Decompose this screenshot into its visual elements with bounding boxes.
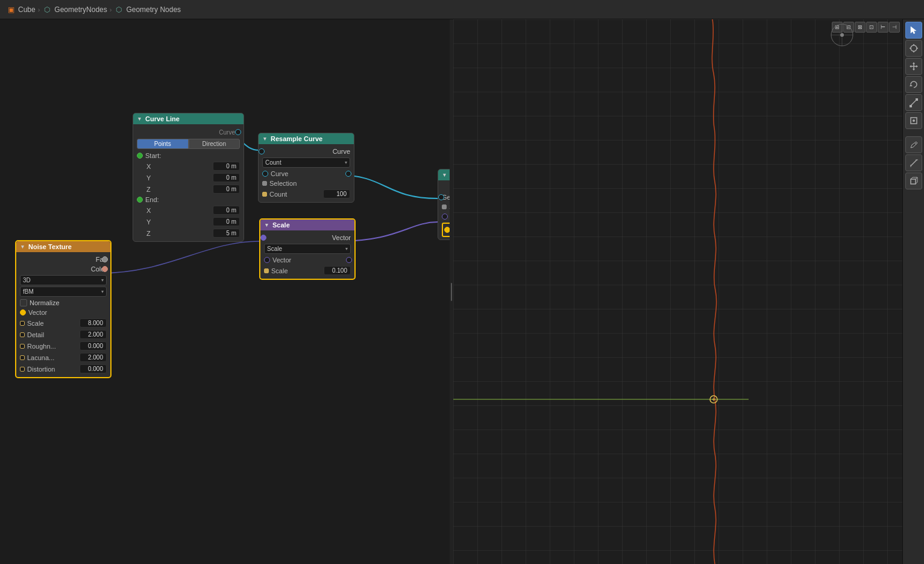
start-x-value[interactable]: 0 m	[213, 162, 240, 171]
nt-scale-value[interactable]: 8.000	[80, 318, 107, 328]
curve-output-row: Curve	[137, 127, 240, 137]
count-value[interactable]: 100	[323, 189, 350, 198]
nt-type-dropdown[interactable]: fBM ▾	[20, 287, 107, 297]
measure-tool[interactable]	[905, 154, 922, 171]
curve-in-label: Curve	[262, 148, 350, 155]
end-z-value[interactable]: 5 m	[213, 229, 240, 238]
resample-curve-out-row: Curve	[262, 169, 350, 179]
rotate-tool[interactable]	[905, 76, 922, 93]
sp-geo-out-row: Geometry	[442, 183, 450, 192]
collapse-icon: ▾	[138, 116, 141, 122]
end-y-value[interactable]: 0 m	[213, 217, 240, 226]
nt-dim-dropdown[interactable]: 3D ▾	[20, 275, 107, 285]
end-socket	[137, 197, 143, 203]
scale-dropdown-arrow: ▾	[345, 246, 348, 252]
scale-header[interactable]: ▾ Scale	[260, 220, 354, 230]
sp-pos-row: Position	[442, 212, 450, 221]
selection-label: Selection	[269, 180, 350, 187]
move-tool[interactable]	[905, 58, 922, 75]
resample-curve-header[interactable]: ▾ Resample Curve	[259, 133, 354, 144]
select-icon	[909, 25, 919, 35]
scale-mode-dropdown[interactable]: Scale ▾	[264, 244, 351, 254]
end-x-value[interactable]: 0 m	[213, 206, 240, 215]
end-row: End:	[137, 195, 240, 204]
set-position-node: ▾ Set Position Geometry Geometry	[438, 169, 450, 240]
direction-btn[interactable]: Direction	[189, 139, 240, 149]
node-editor[interactable]: ▾ Curve Line Curve Points Direction Star…	[0, 19, 450, 564]
nt-distort-socket	[20, 367, 25, 372]
modifier-crumb: ⬡ GeometryNodes	[42, 5, 107, 14]
resample-curve-body: Curve Count ▾ Curve Selection	[259, 144, 354, 202]
nt-detail-socket	[20, 332, 25, 337]
scale-icon	[909, 98, 919, 107]
svg-point-10	[911, 45, 917, 51]
curve-in-socket	[259, 148, 265, 154]
curve-line-node: ▾ Curve Line Curve Points Direction Star…	[133, 113, 244, 242]
start-y-value[interactable]: 0 m	[213, 173, 240, 182]
nt-lacuna-value[interactable]: 2.000	[80, 353, 107, 362]
viewport-svg	[453, 19, 903, 564]
scale-vector-in-row: Vector	[264, 233, 351, 242]
resample-mode-dropdown[interactable]: Count ▾	[262, 157, 350, 168]
select-tool[interactable]	[905, 22, 922, 39]
mode-btns: Points Direction	[137, 139, 240, 149]
transform-tool[interactable]	[905, 112, 922, 129]
move-icon	[909, 62, 919, 71]
add-cube-tool[interactable]	[905, 173, 922, 189]
start-x-row: X 0 m	[137, 160, 240, 172]
sp-geo-label: Geometry	[442, 184, 450, 191]
nt-dim-label: 3D	[23, 277, 31, 284]
nt-detail-value[interactable]: 2.000	[80, 330, 107, 339]
sp-sel-row: Selection	[442, 202, 450, 212]
annotate-tool[interactable]	[905, 136, 922, 153]
end-y-row: Y 0 m	[137, 216, 240, 227]
scale-tool[interactable]	[905, 94, 922, 111]
start-x-label: X	[146, 163, 213, 170]
noise-texture-body: Fac Color 3D ▾ fBM	[16, 252, 110, 377]
cursor-tool[interactable]	[905, 40, 922, 57]
curve-line-title: Curve Line	[145, 115, 180, 122]
nt-type-label: fBM	[23, 288, 34, 295]
noise-texture-title: Noise Texture	[28, 243, 72, 250]
nt-distort-label: Distortion	[27, 366, 80, 373]
vp-icon-3[interactable]: ⊠	[855, 22, 866, 33]
set-position-body: Geometry Geometry Selection Positi	[438, 180, 450, 239]
nt-rough-value[interactable]: 0.000	[80, 341, 107, 350]
curve-line-header[interactable]: ▾ Curve Line	[133, 113, 244, 124]
collapse-icon4: ▾	[443, 172, 446, 178]
scale-val-value[interactable]: 0.100	[324, 266, 351, 275]
nt-normalize-check[interactable]	[20, 299, 27, 306]
noise-texture-header[interactable]: ▾ Noise Texture	[16, 241, 110, 252]
nt-vec-socket	[20, 309, 26, 315]
object-label[interactable]: Cube	[18, 5, 36, 14]
curve-out-socket2	[262, 171, 268, 177]
nt-lacuna-label: Lacuna...	[27, 354, 80, 361]
modifier-label[interactable]: GeometryNodes	[54, 5, 107, 14]
scale-vec-out-socket	[346, 257, 352, 263]
start-z-value[interactable]: 0 m	[213, 185, 240, 194]
nt-distort-value[interactable]: 0.000	[80, 364, 107, 373]
sp-geo-in-row: Geometry	[442, 192, 450, 202]
collapse-icon6: ▾	[21, 244, 24, 250]
set-position-header[interactable]: ▾ Set Position	[438, 170, 450, 180]
svg-marker-18	[913, 69, 915, 71]
svg-line-28	[911, 160, 917, 166]
viewport-panel: ⊞ ⊟ ⊠ ⊡ ⊢ ⊣	[453, 19, 903, 564]
sep2: ›	[110, 6, 112, 13]
vp-icon-4[interactable]: ⊡	[866, 22, 877, 33]
vp-icon-5[interactable]: ⊢	[878, 22, 888, 33]
points-btn[interactable]: Points	[137, 139, 189, 149]
start-y-row: Y 0 m	[137, 172, 240, 183]
nt-normalize-row: Normalize	[20, 298, 107, 308]
nt-normalize-label: Normalize	[30, 299, 60, 306]
svg-point-2	[710, 396, 717, 403]
nav-sphere[interactable]	[830, 23, 854, 47]
end-z-row: Z 5 m	[137, 227, 240, 239]
editor-label[interactable]: Geometry Nodes	[126, 5, 181, 14]
count-socket	[262, 192, 267, 197]
nt-rough-row: Roughn... 0.000	[20, 340, 107, 352]
annotate-icon	[909, 140, 919, 150]
vp-icon-6[interactable]: ⊣	[889, 22, 900, 33]
start-y-label: Y	[146, 174, 213, 182]
svg-line-27	[915, 143, 916, 144]
